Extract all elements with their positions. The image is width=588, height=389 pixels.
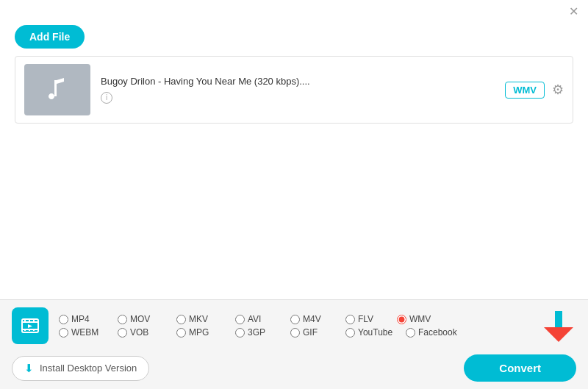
file-thumbnail	[24, 64, 90, 115]
music-icon	[43, 76, 71, 104]
file-item: Bugoy Drilon - Having You Near Me (320 k…	[15, 57, 573, 123]
svg-rect-2	[22, 321, 38, 323]
svg-rect-6	[33, 319, 35, 321]
format-option-webm[interactable]: WEBM	[59, 327, 118, 338]
svg-rect-7	[24, 329, 26, 331]
settings-icon[interactable]: ⚙	[552, 82, 564, 98]
close-button[interactable]: ✕	[567, 6, 579, 18]
add-file-button[interactable]: Add File	[15, 25, 85, 49]
svg-rect-9	[33, 329, 35, 331]
svg-rect-8	[29, 329, 30, 331]
download-arrow-icon	[544, 310, 573, 342]
svg-rect-11	[555, 311, 562, 327]
svg-rect-0	[54, 80, 57, 96]
info-icon[interactable]: i	[101, 92, 112, 104]
svg-rect-4	[24, 319, 26, 321]
file-actions: WMV ⚙	[505, 82, 564, 99]
film-icon	[20, 315, 40, 336]
action-bar: ⬇ Install Desktop Version Convert	[0, 349, 588, 389]
file-name: Bugoy Drilon - Having You Near Me (320 k…	[101, 76, 505, 87]
format-option-mkv[interactable]: MKV	[176, 314, 235, 324]
svg-marker-10	[28, 324, 32, 328]
convert-button[interactable]: Convert	[464, 354, 576, 382]
file-info: Bugoy Drilon - Having You Near Me (320 k…	[101, 76, 505, 104]
format-option-vob[interactable]: VOB	[118, 327, 176, 338]
format-option-3gp[interactable]: 3GP	[235, 327, 290, 338]
format-option-gif[interactable]: GIF	[290, 327, 345, 338]
format-option-mpg[interactable]: MPG	[176, 327, 235, 338]
format-option-facebook[interactable]: Facebook	[406, 327, 466, 338]
content-area	[0, 124, 588, 293]
svg-marker-12	[544, 327, 573, 342]
format-selector: MP4 MOV MKV AVI M4V	[0, 300, 588, 349]
format-option-flv[interactable]: FLV	[345, 314, 397, 324]
format-option-m4v[interactable]: M4V	[290, 314, 345, 324]
format-option-wmv[interactable]: WMV	[397, 314, 448, 324]
download-arrow-box	[544, 310, 573, 342]
format-option-mp4[interactable]: MP4	[59, 314, 118, 324]
toolbar: Add File	[0, 21, 588, 56]
format-icon-box	[12, 307, 49, 344]
title-bar: ✕	[0, 0, 588, 21]
download-icon-small: ⬇	[24, 362, 34, 375]
format-option-avi[interactable]: AVI	[235, 314, 290, 324]
install-desktop-button[interactable]: ⬇ Install Desktop Version	[12, 356, 149, 381]
install-label: Install Desktop Version	[40, 363, 137, 374]
bottom-panel: MP4 MOV MKV AVI M4V	[0, 299, 588, 389]
file-list: Bugoy Drilon - Having You Near Me (320 k…	[15, 56, 573, 124]
format-option-youtube[interactable]: YouTube	[345, 327, 406, 338]
format-badge[interactable]: WMV	[505, 82, 545, 99]
svg-rect-5	[29, 319, 30, 321]
format-option-mov[interactable]: MOV	[118, 314, 176, 324]
